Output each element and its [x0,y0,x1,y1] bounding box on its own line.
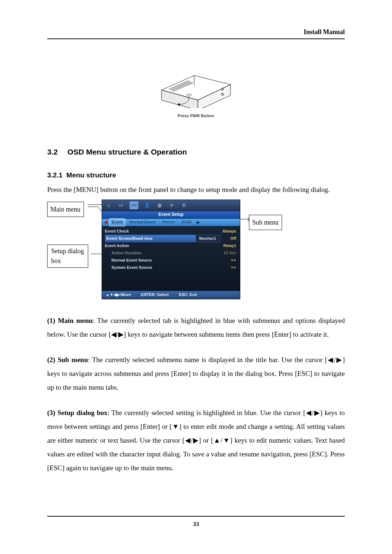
paragraph-main-menu: (1) Main menu: The currently selected ta… [47,314,345,341]
osd-panel: ☼ ▭ HDD 👤 ◍ ≡ ⎘ Event Setup ◀ Event Norm… [102,200,240,299]
paragraph-setup-dialog: (3) Setup dialog box: The currently sele… [47,406,345,475]
subsection-number: 3.2.1 [47,171,62,179]
para1-lead: (1) Main menu [47,317,93,324]
setting-label: Normal Event Source [105,257,211,264]
intro-paragraph: Press the [MENU] button on the front pan… [47,184,345,196]
osd-title-bar: Event Setup [102,211,240,219]
subsection-title: Menu structure [66,171,116,179]
para3-lead: (3) Setup dialog box [47,409,107,416]
setting-value-more[interactable]: >> [211,257,237,264]
osd-submenu-row[interactable]: ◀ Event Normal Event Preset D-I/O ▶ [102,219,240,226]
exit-icon[interactable]: ⎘ [180,202,188,209]
setting-value[interactable]: 10 Sec [211,250,237,257]
setting-value[interactable]: Off [222,235,237,242]
section-heading: 3.2 OSD Menu structure & Operation [47,145,345,159]
setting-row-system-source[interactable]: System Event Source >> [105,264,237,271]
page-header: Install Manual [47,26,345,36]
disk-icon[interactable]: ◍ [156,202,163,209]
osd-figure-row: Main menu Setup dialog box ☼ ▭ HDD 👤 ◍ ≡… [47,200,345,299]
osd-footer: ▲▼◀▶:Move ENTER: Select ESC: Exit [102,291,240,299]
setting-row-action-duration[interactable]: Action Duration 10 Sec [105,250,237,257]
setting-label: Action Duration [105,250,211,257]
para2-lead: (2) Sub menu [47,356,88,364]
footer-select: ENTER: Select [141,291,169,299]
osd-main-menu-icons[interactable]: ☼ ▭ HDD 👤 ◍ ≡ ⎘ [102,200,240,211]
setting-label: Event Check [105,228,211,235]
callout-setup-line1: Setup dialog [51,247,84,255]
page-footer: 33 [47,514,345,530]
section-number: 3.2 [47,145,65,159]
paragraph-sub-menu: (2) Sub menu: The currently selected sub… [47,353,345,394]
person-icon[interactable]: 👤 [143,202,151,209]
setting-row-event-screen[interactable]: Event Screen/Dwell time Monitor1 Off [105,235,237,242]
footer-exit: ESC: Exit [179,291,197,299]
submenu-tab-preset[interactable]: Preset [160,219,178,226]
footer-rule [47,516,345,517]
submenu-right-arrow[interactable]: ▶ [196,219,200,226]
setting-label: Event Screen/Dwell time [105,235,196,243]
subsection-heading: 3.2.1 Menu structure [47,169,345,181]
svg-point-12 [221,93,224,95]
setting-value[interactable]: Relay1 [211,242,237,250]
sun-icon[interactable]: ☼ [105,202,112,209]
page: Install Manual [0,0,392,554]
callout-column-right: Sub menu [240,200,291,297]
para2-body: : The currently selected submenu name is… [47,356,345,391]
hdd-icon[interactable]: HDD [130,201,138,209]
setting-row-normal-source[interactable]: Normal Event Source >> [105,257,237,264]
footer-move: ▲▼◀▶:Move [106,291,131,299]
callout-setup-line2: box [51,257,61,264]
net-icon[interactable]: ≡ [168,202,175,209]
setting-value-more[interactable]: >> [211,264,237,271]
setting-row-event-check[interactable]: Event Check Always [105,228,237,235]
callout-sub-menu: Sub menu [249,215,282,230]
header-title: Install Manual [303,26,345,38]
setting-value-box[interactable]: Monitor1 [196,235,220,243]
monitor-icon[interactable]: ▭ [117,202,124,209]
setting-value[interactable]: Always [211,228,237,235]
leader-lines-right [240,200,291,297]
device-caption: Press PWR Button [47,112,345,120]
svg-point-11 [221,88,224,90]
submenu-tab-normal-event[interactable]: Normal Event [127,219,158,226]
device-figure-wrap: Press PWR Button [47,61,345,120]
device-illustration [154,61,238,108]
submenu-left-arrow[interactable]: ◀ [103,219,108,226]
osd-body: Event Check Always Event Screen/Dwell ti… [102,226,240,291]
submenu-tab-event[interactable]: Event [109,218,125,226]
header-rule [47,38,345,39]
callout-main-menu: Main menu [47,202,84,217]
section-title: OSD Menu structure & Operation [68,148,187,156]
callout-column-left: Main menu Setup dialog box [47,200,102,297]
callout-setup-box: Setup dialog box [47,245,88,268]
setting-label: Event Action [105,242,211,250]
submenu-tab-dio[interactable]: D-I/O [179,219,195,226]
setting-label: System Event Source [105,264,211,271]
setting-row-event-action[interactable]: Event Action Relay1 [105,242,237,249]
para3-body: : The currently selected setting is high… [47,409,345,472]
page-number: 33 [47,519,345,530]
